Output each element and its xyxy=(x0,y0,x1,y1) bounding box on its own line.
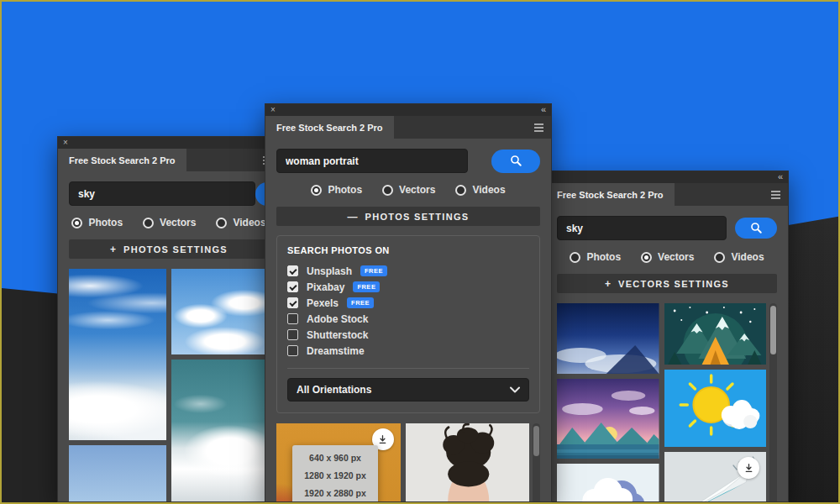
vector-result[interactable] xyxy=(664,370,767,447)
free-badge: FREE xyxy=(360,265,387,276)
radio-photos[interactable]: Photos xyxy=(570,251,621,263)
search-input[interactable] xyxy=(276,149,468,173)
source-checkbox-pixabay[interactable]: Pixabay FREE xyxy=(287,279,529,295)
radio-vectors[interactable]: Vectors xyxy=(143,217,196,228)
source-checkbox-dreamstime[interactable]: Dreamstime xyxy=(287,343,529,359)
results-grid xyxy=(69,269,269,502)
scrollbar-thumb[interactable] xyxy=(770,306,776,354)
vector-result[interactable] xyxy=(557,464,659,502)
size-option[interactable]: 1280 x 1920 px xyxy=(292,467,378,485)
search-input[interactable] xyxy=(557,216,727,240)
checkbox xyxy=(287,281,298,292)
search-button[interactable] xyxy=(491,150,540,173)
vectors-settings-toggle[interactable]: + VECTORS SETTINGS xyxy=(557,274,777,293)
search-row xyxy=(557,216,777,240)
download-button[interactable] xyxy=(738,457,759,479)
panel-photos-woman-portrait: × « Free Stock Search 2 Pro xyxy=(265,103,552,502)
radio-vectors[interactable]: Vectors xyxy=(382,184,435,196)
photo-result[interactable] xyxy=(69,269,166,440)
size-option[interactable]: 640 x 960 px xyxy=(292,449,378,467)
panel-body: Photos Vectors Videos + VECTORS SETTINGS xyxy=(546,206,788,502)
checkbox xyxy=(287,345,298,356)
search-input[interactable] xyxy=(69,181,255,206)
results-scrollbar[interactable] xyxy=(533,423,540,502)
woman-portrait-art xyxy=(406,423,530,502)
tab-free-stock-search[interactable]: Free Stock Search 2 Pro xyxy=(58,149,186,171)
photos-settings-panel: SEARCH PHOTOS ON Unsplash FREE Pixabay F… xyxy=(276,235,540,413)
source-name: Shutterstock xyxy=(307,329,368,341)
radio-videos[interactable]: Videos xyxy=(216,217,265,228)
vector-result[interactable]: From talhakhalil007 on Pixabay xyxy=(664,452,767,502)
source-name: Pexels xyxy=(307,297,339,309)
checkbox xyxy=(287,297,298,308)
photo-result[interactable] xyxy=(171,360,269,502)
panel-tab-bar: Free Stock Search 2 Pro xyxy=(265,116,551,139)
panel-menu-icon[interactable] xyxy=(532,116,545,139)
photos-settings-toggle[interactable]: — PHOTOS SETTINGS xyxy=(276,207,540,226)
vector-result[interactable] xyxy=(664,303,767,365)
panel-vectors-sky: « Free Stock Search 2 Pro xyxy=(545,171,789,502)
results-scrollbar[interactable] xyxy=(769,303,777,502)
search-icon xyxy=(510,155,522,167)
source-checkbox-unsplash[interactable]: Unsplash FREE xyxy=(287,263,529,279)
panel-body: Photos Vectors Videos + PHOTOS SETTINGS xyxy=(58,171,280,502)
vector-result[interactable] xyxy=(557,379,659,459)
radio-label: Vectors xyxy=(160,217,196,228)
panel-photos-sky: × « Free Stock Search 2 Pro xyxy=(57,136,281,502)
radio-label: Videos xyxy=(472,184,505,196)
photo-result[interactable]: 640 x 960 px 1280 x 1920 px 1920 x 2880 … xyxy=(276,423,401,502)
radio-videos[interactable]: Videos xyxy=(714,251,764,263)
sunset-mountains-art xyxy=(557,379,659,459)
download-icon xyxy=(377,434,388,445)
search-row xyxy=(276,149,540,173)
size-option[interactable]: 1920 x 2880 px xyxy=(292,485,378,502)
cloud-art xyxy=(557,464,659,502)
radio-photos[interactable]: Photos xyxy=(71,217,123,228)
radio-photos[interactable]: Photos xyxy=(311,184,362,196)
source-checkbox-pexels[interactable]: Pexels FREE xyxy=(287,295,529,311)
tab-free-stock-search[interactable]: Free Stock Search 2 Pro xyxy=(265,116,394,139)
radio-dot xyxy=(714,252,725,263)
settings-heading: SEARCH PHOTOS ON xyxy=(287,245,529,255)
panel-tab-bar: Free Stock Search 2 Pro xyxy=(58,149,280,171)
source-checkbox-shutterstock[interactable]: Shutterstock xyxy=(287,327,529,343)
tab-free-stock-search[interactable]: Free Stock Search 2 Pro xyxy=(546,183,675,206)
toggle-sign: — xyxy=(348,211,358,223)
source-checkbox-adobe-stock[interactable]: Adobe Stock xyxy=(287,311,529,327)
collapse-icon[interactable]: « xyxy=(778,171,782,182)
radio-dot xyxy=(71,218,82,228)
media-type-radios: Photos Vectors Videos xyxy=(276,184,540,196)
tab-label: Free Stock Search 2 Pro xyxy=(557,190,664,200)
photo-result[interactable] xyxy=(171,269,269,354)
radio-dot xyxy=(570,252,580,263)
checkbox xyxy=(287,265,298,276)
search-row xyxy=(69,181,269,206)
photo-result[interactable] xyxy=(406,423,530,502)
results-grid: From talhakhalil007 on Pixabay xyxy=(557,303,777,502)
panel-tab-bar: Free Stock Search 2 Pro xyxy=(546,183,788,206)
source-name: Pixabay xyxy=(307,281,344,293)
radio-label: Videos xyxy=(731,251,764,263)
chevron-down-icon xyxy=(510,386,520,393)
close-icon[interactable]: × xyxy=(270,104,276,116)
radio-vectors[interactable]: Vectors xyxy=(641,251,694,263)
panel-menu-icon[interactable] xyxy=(769,183,782,206)
search-button[interactable] xyxy=(735,218,777,239)
orientation-value: All Orientations xyxy=(297,384,371,396)
radio-label: Photos xyxy=(328,184,362,196)
collapse-icon[interactable]: « xyxy=(541,104,545,115)
tab-label: Free Stock Search 2 Pro xyxy=(276,123,383,133)
toggle-label: VECTORS SETTINGS xyxy=(618,279,729,289)
radio-videos[interactable]: Videos xyxy=(455,184,505,196)
photos-settings-toggle[interactable]: + PHOTOS SETTINGS xyxy=(69,239,269,259)
radio-label: Photos xyxy=(586,251,621,263)
photo-result[interactable] xyxy=(69,445,166,502)
divider xyxy=(287,368,529,369)
panel-topbar: × « xyxy=(265,104,551,116)
media-type-radios: Photos Vectors Videos xyxy=(557,251,777,263)
scrollbar-thumb[interactable] xyxy=(533,426,539,456)
vector-result[interactable] xyxy=(557,303,659,374)
panel-topbar: × « xyxy=(58,137,280,149)
orientation-select[interactable]: All Orientations xyxy=(287,378,529,402)
close-icon[interactable]: × xyxy=(63,137,68,149)
